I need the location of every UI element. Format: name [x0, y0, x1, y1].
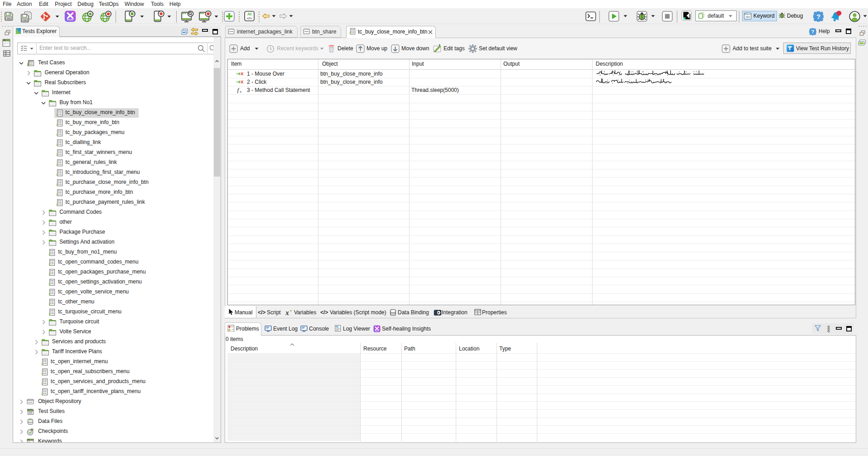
svg-text:</>: </>	[746, 15, 750, 19]
svg-text:AI: AI	[247, 12, 251, 16]
svg-text:x: x	[285, 310, 289, 316]
svg-text:?: ?	[816, 13, 820, 20]
svg-text:?: ?	[811, 29, 814, 34]
svg-text:LOG: LOG	[336, 326, 339, 327]
svg-text:x: x	[240, 90, 241, 93]
svg-text:</>: </>	[247, 16, 252, 20]
